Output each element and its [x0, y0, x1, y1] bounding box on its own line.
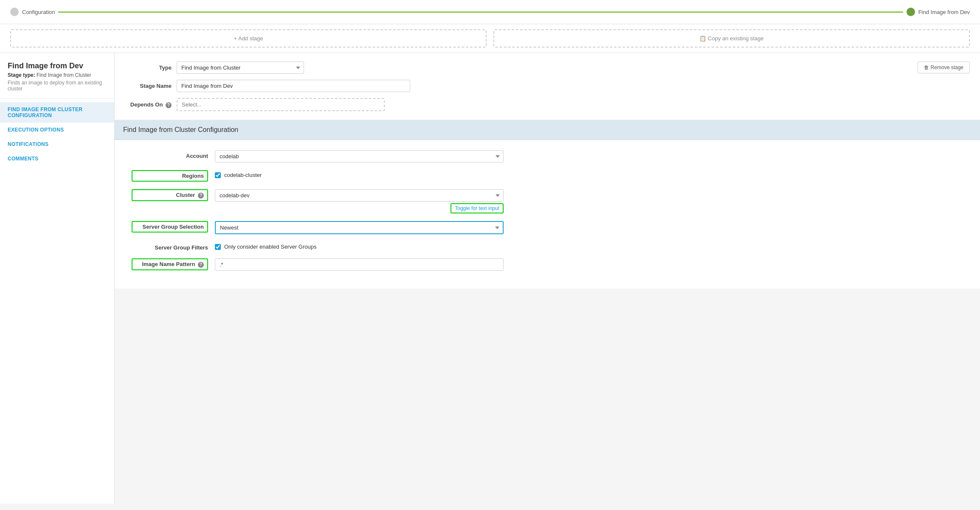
stage-title: Find Image from Dev — [8, 62, 107, 70]
toggle-text-input-link[interactable]: Toggle for text input — [451, 203, 504, 213]
step-circle-find-image — [907, 8, 915, 16]
image-name-pattern-info-icon: ? — [198, 262, 204, 268]
main-layout: Find Image from Dev Stage type: Find Ima… — [0, 53, 980, 504]
type-label: Type — [125, 64, 172, 71]
stage-description: Finds an image to deploy from an existin… — [8, 80, 107, 92]
cluster-info-icon: ? — [198, 193, 204, 199]
server-group-filters-control: Only consider enabled Server Groups — [215, 242, 963, 250]
regions-checkbox[interactable] — [215, 172, 221, 178]
server-group-select-wrapper: Newest Oldest Largest Fail — [215, 221, 504, 234]
stage-type-prefix: Stage type: — [8, 72, 35, 78]
step-label-find-image: Find Image from Dev — [918, 9, 970, 15]
stage-type-label: Stage type: Find Image from Cluster — [8, 72, 107, 78]
regions-label: Regions — [132, 170, 208, 182]
stage-config-fields: Type Find Image from Cluster Stage Name — [125, 62, 901, 111]
server-group-filters-checkbox-row: Only consider enabled Server Groups — [215, 244, 963, 250]
account-field-row: Account codelab — [132, 150, 963, 163]
regions-checkbox-row: codelab-cluster — [215, 172, 963, 178]
type-select[interactable]: Find Image from Cluster — [177, 62, 304, 74]
account-select[interactable]: codelab — [215, 150, 504, 163]
sidebar-nav: FIND IMAGE FROM CLUSTER CONFIGURATION EX… — [0, 99, 114, 166]
image-name-pattern-input[interactable] — [215, 258, 504, 271]
cluster-field-row: Cluster ? codelab-dev Toggle for text in… — [132, 189, 963, 213]
cluster-control: codelab-dev Toggle for text input — [215, 189, 963, 213]
action-bar: + Add stage 📋 Copy an existing stage — [0, 24, 980, 53]
account-control: codelab — [215, 150, 963, 163]
step-circle-configuration — [10, 8, 19, 16]
stage-info: Find Image from Dev Stage type: Find Ima… — [0, 53, 114, 99]
stage-name-field-control — [177, 80, 901, 92]
image-name-pattern-field-row: Image Name Pattern ? — [132, 258, 963, 271]
image-name-pattern-label: Image Name Pattern ? — [132, 258, 208, 270]
regions-field-row: Regions codelab-cluster — [132, 170, 963, 182]
stage-config-row: Type Find Image from Cluster Stage Name — [115, 53, 980, 120]
server-group-selection-control: Newest Oldest Largest Fail — [215, 221, 963, 234]
stage-name-label: Stage Name — [125, 83, 172, 89]
type-field-row: Type Find Image from Cluster — [125, 62, 901, 74]
pipeline-step-configuration: Configuration — [10, 8, 55, 16]
server-group-selection-field-row: Server Group Selection Newest Oldest Lar… — [132, 221, 963, 234]
only-enabled-label: Only consider enabled Server Groups — [224, 244, 317, 250]
server-group-filters-label: Server Group Filters — [132, 242, 208, 251]
sidebar-item-notifications[interactable]: NOTIFICATIONS — [0, 137, 114, 151]
image-name-pattern-control — [215, 258, 963, 271]
account-label: Account — [132, 150, 208, 159]
server-group-filters-field-row: Server Group Filters Only consider enabl… — [132, 242, 963, 251]
cluster-select[interactable]: codelab-dev — [215, 189, 504, 202]
type-select-wrapper: Find Image from Cluster — [177, 62, 304, 74]
cluster-label: Cluster ? — [132, 189, 208, 201]
server-group-selection-label: Server Group Selection — [132, 221, 208, 233]
content-area: Type Find Image from Cluster Stage Name — [115, 53, 980, 504]
depends-on-label: Depends On ? — [125, 101, 172, 108]
add-stage-button[interactable]: + Add stage — [10, 29, 487, 48]
depends-on-input[interactable] — [177, 98, 385, 111]
pipeline-header: Configuration Find Image from Dev — [0, 0, 980, 24]
stage-type-value: Find Image from Cluster — [37, 72, 91, 78]
depends-on-field-row: Depends On ? — [125, 98, 901, 111]
sidebar-item-execution-options[interactable]: EXECUTION OPTIONS — [0, 123, 114, 137]
pipeline-connector-line — [58, 11, 903, 13]
stage-name-field-row: Stage Name — [125, 80, 901, 92]
sidebar: Find Image from Dev Stage type: Find Ima… — [0, 53, 115, 504]
only-enabled-checkbox[interactable] — [215, 244, 221, 250]
stage-name-input[interactable] — [177, 80, 410, 92]
pipeline-step-find-image: Find Image from Dev — [907, 8, 970, 16]
copy-stage-button[interactable]: 📋 Copy an existing stage — [493, 29, 970, 48]
step-label-configuration: Configuration — [22, 9, 55, 15]
config-body: Account codelab Regions codelab-cluster — [115, 140, 980, 289]
remove-stage-button[interactable]: 🗑 Remove stage — [918, 62, 970, 73]
depends-on-info-icon: ? — [166, 102, 172, 108]
sidebar-item-find-image-config[interactable]: FIND IMAGE FROM CLUSTER CONFIGURATION — [0, 102, 114, 123]
depends-on-field-control — [177, 98, 901, 111]
type-field-control: Find Image from Cluster — [177, 62, 901, 74]
section-header: Find Image from Cluster Configuration — [115, 120, 980, 140]
server-group-select[interactable]: Newest Oldest Largest Fail — [215, 221, 504, 234]
regions-checkbox-label: codelab-cluster — [224, 172, 262, 178]
sidebar-item-comments[interactable]: COMMENTS — [0, 151, 114, 166]
regions-control: codelab-cluster — [215, 170, 963, 178]
